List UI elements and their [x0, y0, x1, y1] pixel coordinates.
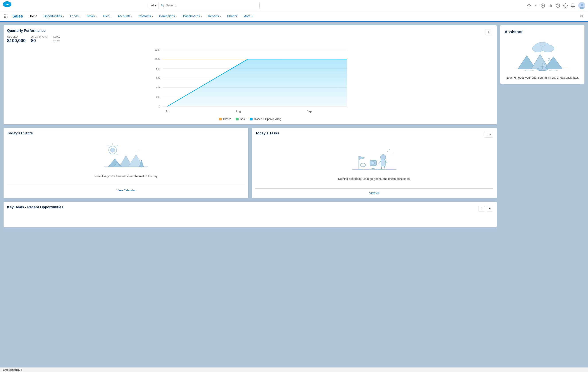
events-tasks-row: Today's Events	[4, 128, 497, 198]
nav-item-tasks[interactable]: Tasks ▾	[84, 11, 100, 22]
app-name[interactable]: Sales	[10, 11, 25, 21]
top-bar: ☁ All ▾ 🔍	[0, 0, 588, 11]
svg-line-47	[117, 154, 117, 155]
legend-closed-open-label: Closed + Open (>70%)	[254, 118, 281, 121]
pencil-icon: ✏	[580, 14, 584, 19]
todays-events-title: Today's Events	[7, 131, 245, 135]
nav-item-chatter[interactable]: Chatter	[224, 11, 240, 22]
nav-item-files-label: Files	[103, 14, 110, 18]
user-avatar[interactable]	[578, 2, 585, 9]
key-deals-actions: ≡ ▾	[478, 206, 493, 211]
key-deals-more-icon: ▾	[489, 207, 491, 210]
nav-item-campaigns[interactable]: Campaigns ▾	[156, 11, 180, 22]
nav-item-opportunities[interactable]: Opportunities ▾	[40, 11, 67, 22]
favorites-dropdown[interactable]	[534, 4, 537, 7]
leads-chevron-icon: ▾	[79, 15, 81, 18]
legend-closed-label: Closed	[223, 118, 231, 121]
key-deals-more-button[interactable]: ▾	[487, 206, 493, 211]
svg-rect-15	[7, 15, 7, 15]
svg-text:Z: Z	[548, 58, 550, 62]
svg-marker-80	[545, 57, 562, 69]
svg-rect-20	[5, 17, 6, 18]
quarterly-performance-card: Quarterly Performance CLOSED $100,000 OP…	[4, 25, 497, 124]
nav-item-tasks-label: Tasks	[87, 14, 95, 18]
svg-point-11	[581, 4, 583, 6]
svg-point-43	[110, 148, 115, 152]
search-box[interactable]: 🔍	[158, 2, 260, 9]
todays-events-illustration	[102, 142, 150, 172]
accounts-chevron-icon: ▾	[131, 15, 132, 18]
svg-rect-55	[141, 166, 142, 167]
qp-chart-svg: 120k 100k 80k 60k 40k 20k 0	[7, 45, 493, 116]
search-scope-selector[interactable]: All ▾	[149, 2, 158, 9]
nav-edit-button[interactable]: ✏	[578, 11, 586, 21]
svg-point-62	[380, 155, 386, 160]
key-deals-filter-button[interactable]: ≡	[478, 206, 485, 211]
goal-edit-icon[interactable]: ✏	[57, 39, 60, 42]
svg-text:Jul: Jul	[165, 110, 169, 113]
top-bar-actions	[527, 2, 585, 9]
svg-point-72	[389, 149, 390, 150]
qp-metrics: CLOSED $100,000 OPEN (>70%) $0 GOAL -- ✏	[7, 35, 60, 43]
nav-item-home[interactable]: Home	[25, 11, 40, 22]
svg-marker-2	[527, 4, 531, 7]
legend-goal-dot	[236, 118, 239, 121]
refresh-icon: ↻	[488, 30, 491, 34]
assistant-title: Assistant	[505, 30, 580, 34]
nav-item-accounts[interactable]: Accounts ▾	[115, 11, 136, 22]
qp-closed-value: $100,000	[7, 38, 25, 43]
todays-events-empty: Looks like you're free and clear the res…	[7, 138, 245, 185]
new-record-button[interactable]	[541, 3, 545, 8]
svg-point-77	[542, 45, 554, 52]
nav-item-leads[interactable]: Leads ▾	[67, 11, 84, 22]
svg-point-74	[387, 151, 388, 152]
nav-item-contacts[interactable]: Contacts ▾	[136, 11, 156, 22]
legend-closed-open: Closed + Open (>70%)	[250, 118, 281, 121]
favorites-button[interactable]	[527, 3, 531, 8]
legend-goal: Goal	[236, 118, 245, 121]
nav-item-campaigns-label: Campaigns	[159, 14, 175, 18]
todays-events-card: Today's Events	[4, 128, 248, 198]
qp-title: Quarterly Performance	[7, 29, 60, 33]
key-deals-filter-icon: ≡	[481, 207, 483, 210]
tasks-filter-button[interactable]: ≡ ▾	[484, 132, 493, 138]
view-all-tasks-link[interactable]: View All	[255, 188, 493, 195]
nav-item-reports[interactable]: Reports ▾	[205, 11, 224, 22]
files-chevron-icon: ▾	[110, 15, 112, 18]
view-calendar-link[interactable]: View Calendar	[7, 186, 245, 192]
qp-closed-metric: CLOSED $100,000	[7, 35, 25, 43]
nav-item-files[interactable]: Files ▾	[100, 11, 115, 22]
nav-more-button[interactable]: More ▾	[240, 11, 256, 21]
svg-point-58	[372, 162, 375, 164]
notifications-button[interactable]	[571, 3, 575, 8]
contacts-chevron-icon: ▾	[152, 15, 153, 18]
help-button[interactable]	[556, 3, 560, 8]
svg-line-65	[385, 161, 388, 163]
salesforce-logo[interactable]: ☁	[3, 1, 11, 10]
nav-item-accounts-label: Accounts	[118, 14, 131, 18]
nav-item-dashboards[interactable]: Dashboards ▾	[180, 11, 205, 22]
svg-text:☁: ☁	[6, 2, 9, 6]
svg-rect-19	[4, 17, 5, 18]
svg-point-86	[540, 67, 543, 69]
legend-goal-label: Goal	[240, 118, 245, 121]
global-actions-button[interactable]	[548, 3, 553, 8]
left-column: Quarterly Performance CLOSED $100,000 OP…	[4, 25, 497, 227]
setup-button[interactable]	[563, 3, 567, 8]
nav-bar: Sales Home Opportunities ▾ Leads ▾ Tasks…	[0, 11, 588, 22]
search-container: All ▾ 🔍	[149, 2, 260, 9]
search-input[interactable]	[166, 4, 257, 7]
svg-point-73	[393, 152, 394, 153]
assistant-card: Assistant	[500, 25, 584, 84]
main-content: Quarterly Performance CLOSED $100,000 OP…	[0, 22, 588, 231]
qp-refresh-button[interactable]: ↻	[486, 29, 493, 35]
svg-text:40k: 40k	[156, 86, 160, 89]
legend-closed-open-dot	[250, 118, 252, 121]
app-launcher-button[interactable]	[2, 11, 10, 21]
legend-closed-dot	[219, 118, 222, 121]
nav-item-dashboards-label: Dashboards	[183, 14, 200, 18]
svg-rect-16	[4, 16, 5, 16]
todays-tasks-empty-text: Nothing due today. Be a go-getter, and c…	[338, 177, 410, 181]
qp-header: Quarterly Performance CLOSED $100,000 OP…	[7, 29, 493, 43]
svg-marker-69	[359, 156, 365, 160]
